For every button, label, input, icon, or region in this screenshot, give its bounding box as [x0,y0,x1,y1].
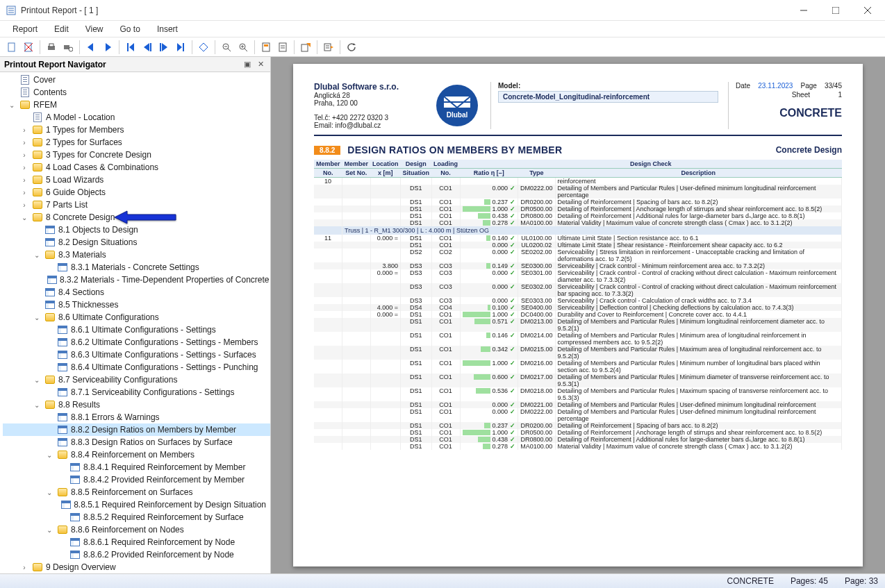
minimize-button[interactable] [788,0,820,21]
close-button[interactable] [852,0,884,21]
table-row: DS1CO10.000✓UL0200.02Ultimate Limit Stat… [314,242,842,249]
prev-icon[interactable] [83,40,99,55]
tree-item[interactable]: 8.5 Thicknesses [3,299,270,311]
pin-icon[interactable]: ▣ [242,59,253,70]
tree-twisty-icon[interactable]: › [19,151,29,159]
tree-item[interactable]: 8.8.5.1 Required Reinforcement by Design… [3,498,270,511]
status-bar: CONCRETE Pages: 45 Page: 33 [0,573,885,588]
tree-item[interactable]: 8.3.2 Materials - Time-Dependent Propert… [3,274,270,286]
tree-item[interactable]: 8.3.1 Materials - Concrete Settings [3,261,270,274]
tree-item[interactable]: 8.8.1 Errors & Warnings [3,411,270,423]
prev-page-icon[interactable] [140,40,155,55]
tree-item[interactable]: Contents [3,86,270,99]
tree-item[interactable]: 8.6.2 Ultimate Configurations - Settings… [3,336,270,348]
print-icon[interactable] [44,40,59,55]
tree-twisty-icon[interactable]: › [19,201,29,209]
tree-item-label: 8.6.4 Ultimate Configurations - Settings… [71,362,262,372]
tree-twisty-icon[interactable]: › [19,164,29,171]
select-icon[interactable] [196,40,211,55]
page-setup-icon[interactable] [258,40,274,55]
tree-twisty-icon[interactable]: › [19,126,29,134]
close-panel-icon[interactable]: ✕ [255,59,266,70]
tree-item[interactable]: ⌄8.8 Results [3,398,270,411]
tree-twisty-icon[interactable]: ⌄ [32,376,42,384]
folder-icon [44,312,56,323]
tree-item[interactable]: 8.7.1 Serviceability Configurations - Se… [3,386,270,398]
tree-twisty-icon[interactable]: ⌄ [44,526,54,534]
tree-twisty-icon[interactable]: › [19,176,29,184]
tree-item[interactable]: 8.8.6.2 Provided Reinforcement by Node [3,548,270,561]
tree-item[interactable]: ›7 Parts List [3,199,270,211]
tree-twisty-icon[interactable]: ⌄ [44,489,54,496]
tree-item[interactable]: 8.8.4.2 Provided Reinforcement by Member [3,473,270,486]
table-row: DS3CO30.000✓SE0303.00Serviceability | Cr… [314,297,842,304]
delete-report-icon[interactable] [21,40,36,55]
menu-edit[interactable]: Edit [46,23,77,35]
page-layout-icon[interactable] [275,40,290,55]
folder-icon [32,174,43,185]
tree-item[interactable]: A Model - Location [3,111,270,124]
tree-twisty-icon[interactable]: › [19,139,29,146]
tree-item[interactable]: ⌄8 Concrete Design [3,211,270,224]
new-report-icon[interactable] [4,40,19,55]
tree-item[interactable]: ›2 Types for Surfaces [3,136,270,149]
tree-item[interactable]: ›4 Load Cases & Combinations [3,161,270,174]
tree-item[interactable]: 8.8.2 Design Ratios on Members by Member [3,423,270,436]
tree-item[interactable]: 8.6.3 Ultimate Configurations - Settings… [3,348,270,361]
next-icon[interactable] [100,40,115,55]
tree-twisty-icon[interactable]: › [19,564,29,571]
tree-item[interactable]: ⌄8.8.4 Reinforcement on Members [3,448,270,461]
tree-item[interactable]: 8.6.1 Ultimate Configurations - Settings [3,324,270,336]
tree-item-label: 8.3 Materials [58,250,110,260]
tree-twisty-icon[interactable]: ⌄ [7,101,17,109]
navigator-tree[interactable]: CoverContents⌄RFEMA Model - Location›1 T… [0,72,270,573]
last-page-icon[interactable] [173,40,188,55]
tree-item[interactable]: ›5 Load Wizards [3,174,270,186]
tree-item[interactable]: 8.8.6.1 Required Reinforcement by Node [3,536,270,548]
tree-twisty-icon[interactable]: ⌄ [19,214,29,221]
tree-twisty-icon[interactable]: ⌄ [32,251,42,259]
tree-twisty-icon[interactable]: › [19,189,29,196]
tree-item[interactable]: Cover [3,74,270,86]
zoom-out-icon[interactable] [219,40,234,55]
tree-item[interactable]: ⌄8.6 Ultimate Configurations [3,311,270,324]
report-viewer[interactable]: Dlubal Software s.r.o. Anglická 28 Praha… [271,57,885,573]
tree-item[interactable]: ⌄8.3 Materials [3,249,270,261]
tree-item[interactable]: ›9 Design Overview [3,561,270,573]
tree-item[interactable]: 8.8.5.2 Required Reinforcement by Surfac… [3,511,270,523]
tree-item[interactable]: 8.8.4.1 Required Reinforcement by Member [3,461,270,473]
tree-item[interactable]: ›6 Guide Objects [3,186,270,199]
settings-icon[interactable] [321,40,336,55]
table-row: DS1CO10.237✓DR0200.00Detailing of Reinfo… [314,199,842,205]
maximize-button[interactable] [820,0,852,21]
tree-item[interactable]: 8.1 Objects to Design [3,224,270,236]
tree-item[interactable]: ›1 Types for Members [3,124,270,136]
tree-twisty-icon[interactable]: ⌄ [32,314,42,321]
tree-item[interactable]: 8.4 Sections [3,286,270,299]
zoom-in-icon[interactable] [235,40,251,55]
menu-insert[interactable]: Insert [149,23,186,35]
tree-item[interactable]: ›3 Types for Concrete Design [3,149,270,161]
tree-item-label: Cover [33,75,60,85]
tree-item[interactable]: ⌄8.8.6 Reinforcement on Nodes [3,523,270,536]
grid-icon [69,549,81,560]
tree-twisty-icon[interactable]: ⌄ [32,401,42,409]
refresh-icon[interactable] [344,40,359,55]
menu-go-to[interactable]: Go to [112,23,149,35]
menu-view[interactable]: View [77,23,112,35]
tree-item[interactable]: 8.8.3 Design Ratios on Surfaces by Surfa… [3,436,270,448]
tree-item[interactable]: ⌄8.7 Serviceability Configurations [3,373,270,386]
svg-line-29 [228,49,231,51]
tree-item[interactable]: 8.6.4 Ultimate Configurations - Settings… [3,361,270,373]
tree-item[interactable]: ⌄RFEM [3,99,270,111]
next-page-icon[interactable] [156,40,172,55]
first-page-icon[interactable] [123,40,138,55]
svg-rect-36 [279,43,286,51]
tree-twisty-icon[interactable]: ⌄ [44,451,54,459]
tree-item[interactable]: 8.2 Design Situations [3,236,270,249]
tree-item[interactable]: ⌄8.8.5 Reinforcement on Surfaces [3,486,270,498]
table-row: DS1CO10.438✓DR0800.00Detailing of Reinfo… [314,212,842,219]
menu-report[interactable]: Report [4,23,46,35]
export-icon[interactable] [298,40,313,55]
print-settings-icon[interactable] [60,40,76,55]
